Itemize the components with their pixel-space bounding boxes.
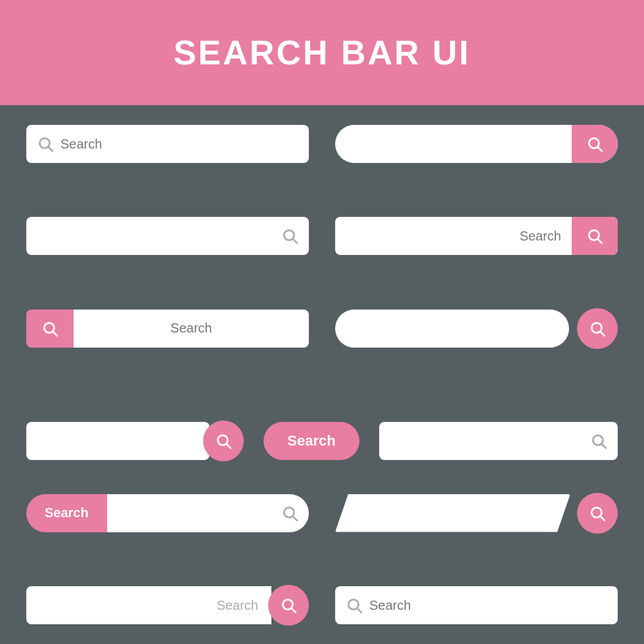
search-text-12: Search bbox=[217, 598, 258, 613]
search-bar-9 bbox=[379, 422, 618, 460]
search-bar-10: Search bbox=[26, 494, 309, 532]
search-bar-5 bbox=[26, 310, 309, 348]
search-button-5[interactable] bbox=[26, 310, 74, 348]
search-input-area-6[interactable] bbox=[335, 310, 569, 348]
search-input-4[interactable] bbox=[335, 229, 572, 244]
svg-line-11 bbox=[601, 332, 605, 336]
search-bar-7 bbox=[26, 422, 244, 460]
svg-line-23 bbox=[357, 609, 361, 612]
search-input-3[interactable] bbox=[37, 229, 281, 244]
search-button-12[interactable] bbox=[268, 585, 309, 626]
search-input-area-10[interactable] bbox=[107, 494, 309, 532]
search-bar-12: Search bbox=[26, 586, 309, 624]
search-button-4[interactable] bbox=[572, 217, 618, 255]
search-input-2[interactable] bbox=[348, 137, 572, 152]
search-icon-12 bbox=[280, 597, 297, 614]
svg-line-13 bbox=[227, 444, 231, 448]
svg-line-21 bbox=[292, 609, 296, 612]
search-icon-1 bbox=[37, 135, 54, 152]
search-input-area-12[interactable]: Search bbox=[26, 586, 271, 624]
search-icon-2 bbox=[586, 135, 603, 152]
search-icon-10 bbox=[281, 505, 298, 522]
svg-line-3 bbox=[598, 147, 602, 151]
search-icon-13 bbox=[346, 597, 363, 614]
search-button-6[interactable] bbox=[577, 308, 618, 349]
search-row-4: Search bbox=[26, 402, 618, 480]
search-icon-11 bbox=[589, 505, 606, 522]
search-icon-5 bbox=[41, 320, 58, 337]
search-icon-9 bbox=[590, 432, 607, 449]
search-button-11[interactable] bbox=[577, 493, 618, 534]
search-input-9[interactable] bbox=[390, 434, 590, 449]
main-grid: Search Search bbox=[0, 105, 644, 644]
page-title: SEARCH BAR UI bbox=[173, 33, 471, 72]
header: SEARCH BAR UI bbox=[0, 0, 644, 105]
search-bar-1 bbox=[26, 125, 309, 163]
search-pill-button[interactable]: Search bbox=[257, 422, 366, 460]
search-button-2[interactable] bbox=[572, 125, 618, 163]
search-bar-13 bbox=[335, 586, 618, 624]
search-icon-3 bbox=[281, 227, 298, 244]
search-input-5[interactable] bbox=[84, 321, 298, 336]
search-bar-2 bbox=[335, 125, 618, 163]
search-icon-6 bbox=[589, 320, 606, 337]
svg-line-5 bbox=[293, 239, 297, 243]
svg-line-15 bbox=[602, 444, 606, 448]
search-input-area-11[interactable] bbox=[335, 494, 570, 532]
search-bar-3 bbox=[26, 217, 309, 255]
search-input-1[interactable] bbox=[60, 137, 298, 152]
search-label-10: Search bbox=[26, 494, 107, 532]
search-label-text-10: Search bbox=[45, 505, 89, 520]
search-bar-6 bbox=[335, 310, 618, 348]
svg-line-17 bbox=[293, 516, 297, 520]
search-icon-7 bbox=[215, 432, 232, 449]
svg-line-7 bbox=[598, 239, 602, 243]
search-button-7[interactable] bbox=[203, 421, 244, 461]
search-bar-11 bbox=[335, 494, 618, 532]
svg-line-9 bbox=[53, 332, 57, 336]
svg-line-1 bbox=[49, 147, 53, 151]
search-input-13[interactable] bbox=[369, 598, 607, 613]
search-icon-4 bbox=[586, 227, 603, 244]
search-bar-4 bbox=[335, 217, 618, 255]
search-button-label-8: Search bbox=[287, 432, 335, 449]
svg-line-19 bbox=[601, 516, 605, 520]
search-input-area-7[interactable] bbox=[26, 422, 210, 460]
